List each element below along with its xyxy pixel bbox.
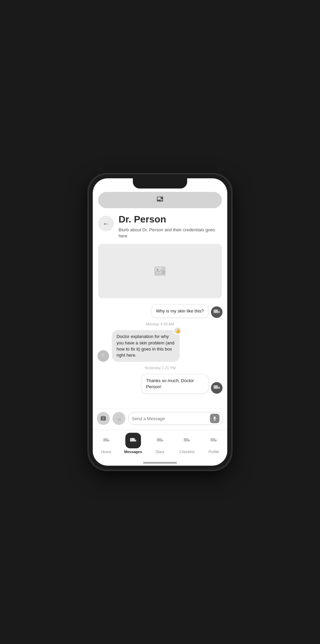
message-row: Why is my skin like this?	[97, 304, 223, 318]
message-bubble-doctor: Doctor explanation for why you have a sk…	[112, 330, 180, 362]
gallery-button[interactable]	[112, 412, 125, 425]
tab-messages-icon-wrap	[125, 433, 141, 448]
svg-point-38	[184, 439, 185, 440]
notch	[133, 178, 187, 189]
timestamp-2: Yesterday 1:21 PM	[97, 366, 223, 370]
media-preview-icon	[156, 195, 164, 205]
svg-rect-36	[161, 440, 163, 442]
doctor-image	[98, 244, 222, 298]
tab-home-label: Home	[101, 450, 111, 454]
svg-rect-13	[105, 355, 106, 357]
tab-messages[interactable]: Messages	[123, 433, 143, 454]
svg-rect-7	[162, 271, 165, 274]
header: ← Dr. Person Blurb about Dr. Person and …	[93, 212, 227, 240]
tab-profile-icon-wrap	[206, 433, 221, 448]
message-bubble-user: Why is my skin like this?	[151, 304, 209, 318]
svg-point-9	[214, 310, 215, 311]
header-text: Dr. Person Blurb about Dr. Person and th…	[119, 214, 222, 239]
tab-messages-label: Messages	[124, 450, 142, 454]
screen: ← Dr. Person Blurb about Dr. Person and …	[93, 178, 227, 466]
svg-point-29	[104, 439, 105, 440]
voice-button[interactable]	[210, 414, 219, 423]
svg-rect-16	[218, 387, 220, 389]
svg-point-15	[214, 386, 215, 387]
svg-rect-37	[184, 438, 189, 442]
tab-diary[interactable]: Diary	[150, 433, 170, 454]
svg-point-41	[211, 439, 212, 440]
tab-checklist-icon-wrap	[179, 433, 195, 448]
svg-rect-28	[103, 438, 108, 442]
message-row: Thanks so much, Doctor Person!	[97, 374, 223, 394]
doctor-name: Dr. Person	[119, 214, 222, 225]
doctor-bio: Blurb about Dr. Person and their credent…	[119, 227, 222, 239]
svg-rect-25	[214, 416, 216, 419]
timestamp: Monday 9:38 AM	[97, 322, 223, 326]
svg-rect-10	[218, 311, 220, 313]
thumbs-up-reaction: 👍	[174, 327, 182, 335]
svg-point-19	[103, 418, 104, 419]
svg-rect-42	[215, 440, 217, 442]
doctor-avatar-small	[97, 350, 109, 362]
messages-area: Why is my skin like this? Monday 9:38 AM	[93, 302, 227, 408]
tab-checklist-label: Checklist	[179, 450, 195, 454]
tab-bar: Home Messages	[93, 430, 227, 461]
media-preview-bar[interactable]	[98, 192, 222, 208]
back-arrow-icon: ←	[103, 220, 109, 228]
tab-home[interactable]: Home	[96, 433, 117, 454]
phone-frame: ← Dr. Person Blurb about Dr. Person and …	[89, 174, 231, 470]
svg-rect-33	[134, 440, 136, 442]
svg-point-35	[158, 439, 159, 440]
svg-text:+: +	[103, 415, 104, 417]
svg-point-12	[101, 354, 102, 355]
camera-button[interactable]: +	[97, 412, 110, 425]
svg-rect-3	[161, 199, 163, 201]
svg-rect-30	[107, 440, 109, 442]
tab-profile[interactable]: Profile	[203, 433, 224, 454]
message-input-wrap[interactable]	[128, 412, 223, 425]
back-button[interactable]: ←	[98, 216, 114, 231]
message-bubble-user-2: Thanks so much, Doctor Person!	[141, 374, 209, 394]
message-row: Doctor explanation for why you have a sk…	[97, 330, 223, 362]
svg-point-32	[131, 439, 132, 440]
svg-point-2	[158, 198, 159, 199]
svg-rect-31	[130, 438, 135, 442]
message-input[interactable]	[132, 416, 210, 421]
tab-profile-label: Profile	[209, 450, 219, 454]
user-avatar-2	[211, 382, 223, 394]
svg-point-23	[117, 417, 118, 418]
svg-rect-39	[188, 440, 190, 442]
svg-rect-40	[211, 438, 215, 442]
user-avatar	[211, 306, 223, 318]
svg-rect-34	[157, 438, 162, 442]
tab-diary-label: Diary	[156, 450, 164, 454]
home-indicator	[143, 462, 177, 464]
tab-checklist[interactable]: Checklist	[177, 433, 197, 454]
svg-rect-24	[118, 418, 121, 421]
tab-diary-icon-wrap	[152, 433, 168, 448]
input-area: +	[93, 408, 227, 430]
message-with-reaction: Doctor explanation for why you have a sk…	[109, 330, 180, 362]
tab-home-icon-wrap	[99, 433, 114, 448]
